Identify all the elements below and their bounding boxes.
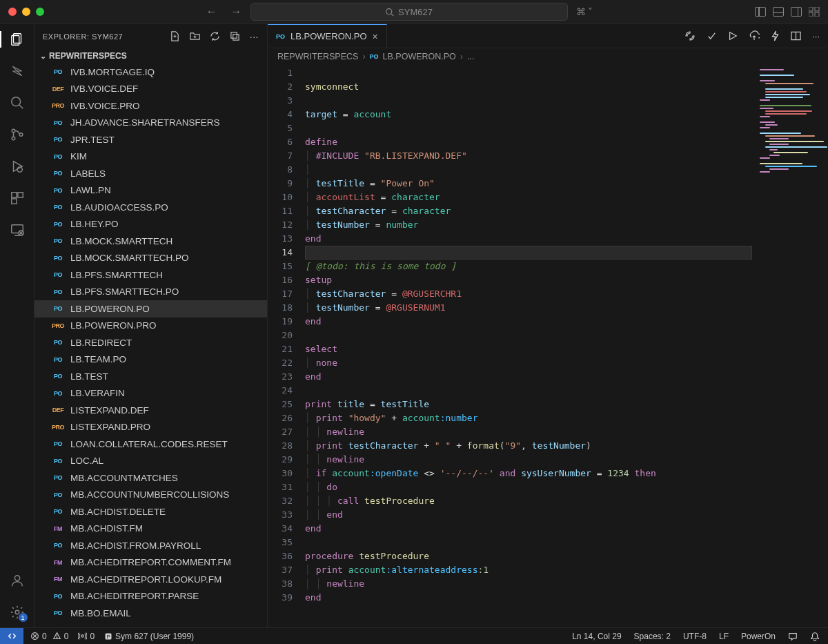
breadcrumb-file[interactable]: LB.POWERON.PO: [383, 52, 456, 61]
file-item[interactable]: POMB.ACHDIST.FROM.PAYROLL: [34, 537, 267, 554]
file-item[interactable]: POJPR.TEST: [34, 131, 267, 148]
file-item[interactable]: POLB.MOCK.SMARTTECH: [34, 233, 267, 250]
file-item[interactable]: POLB.VERAFIN: [34, 385, 267, 402]
file-item[interactable]: POLB.TEST: [34, 368, 267, 385]
file-item[interactable]: POLB.AUDIOACCESS.PO: [34, 199, 267, 216]
file-item[interactable]: FMMB.ACHDIST.FM: [34, 520, 267, 538]
run-icon[interactable]: [728, 31, 738, 41]
file-item[interactable]: PROLB.POWERON.PRO: [34, 318, 267, 335]
file-item[interactable]: POIVB.MORTGAGE.IQ: [34, 64, 267, 81]
file-type-badge: PO: [51, 390, 65, 397]
breadcrumb-folder[interactable]: REPWRITERSPECS: [277, 52, 358, 61]
file-item[interactable]: PROLISTEXPAND.PRO: [34, 419, 267, 436]
copilot-icon[interactable]: ⌘ ˅: [576, 6, 593, 17]
file-name: LB.MOCK.SMARTTECH.PO: [70, 253, 189, 263]
run-debug-activity-icon[interactable]: [9, 158, 26, 175]
file-item[interactable]: POLB.PFS.SMARTTECH.PO: [34, 284, 267, 301]
file-item[interactable]: POKIM: [34, 148, 267, 166]
editor-tab[interactable]: PO LB.POWERON.PO ×: [268, 24, 387, 48]
file-item[interactable]: POLOC.AL: [34, 453, 267, 470]
indentation-status[interactable]: Spaces: 2: [634, 632, 671, 641]
lightning-icon[interactable]: [771, 30, 780, 41]
extensions-activity-icon[interactable]: [9, 190, 26, 206]
encoding-status[interactable]: UTF-8: [683, 632, 707, 641]
tab-close-icon[interactable]: ×: [373, 31, 378, 42]
file-item[interactable]: POLB.TEAM.PO: [34, 351, 267, 369]
source-control-activity-icon[interactable]: [9, 126, 26, 143]
validate-icon[interactable]: [707, 31, 717, 41]
file-item[interactable]: DEFLISTEXPAND.DEF: [34, 402, 267, 419]
notifications-icon[interactable]: [810, 632, 820, 641]
code-content[interactable]: symconnect target = account define │ #IN…: [305, 65, 756, 627]
toggle-panel-icon[interactable]: [773, 7, 784, 17]
upload-icon[interactable]: [749, 30, 760, 41]
sync-icon[interactable]: [684, 30, 696, 41]
tab-filename: LB.POWERON.PO: [290, 31, 367, 41]
file-item[interactable]: POJH.ADVANCE.SHARETRANSFERS: [34, 115, 267, 132]
file-item[interactable]: POLB.MOCK.SMARTTECH.PO: [34, 250, 267, 267]
window-close-button[interactable]: [8, 8, 17, 16]
folder-section-header[interactable]: ⌄ REPWRITERSPECS: [34, 48, 267, 64]
eol-status[interactable]: LF: [719, 632, 729, 641]
sidebar: EXPLORER: SYM627 ··· ⌄ REPWRITERSPECS PO…: [34, 24, 268, 627]
cursor-position-status[interactable]: Ln 14, Col 29: [572, 632, 621, 641]
file-type-badge: PO: [51, 119, 65, 126]
nav-back-icon[interactable]: ←: [206, 6, 217, 18]
file-name: KIM: [70, 151, 87, 162]
file-type-badge: PO: [51, 187, 65, 194]
sym-status[interactable]: P Sym 627 (User 1999): [104, 632, 194, 641]
file-item[interactable]: POMB.BO.EMAIL: [34, 605, 267, 622]
file-item[interactable]: POLABELS: [34, 165, 267, 182]
file-type-badge: PO: [51, 221, 65, 228]
collapse-all-icon[interactable]: [230, 31, 240, 42]
command-center-search[interactable]: SYM627: [250, 3, 568, 21]
file-item[interactable]: POMB.ACHEDITREPORT.PARSE: [34, 588, 267, 605]
file-item[interactable]: PROIVB.VOICE.PRO: [34, 97, 267, 115]
new-folder-icon[interactable]: [190, 31, 200, 42]
feedback-icon[interactable]: [788, 632, 798, 641]
file-list[interactable]: POIVB.MORTGAGE.IQDEFIVB.VOICE.DEFPROIVB.…: [34, 64, 267, 627]
file-item[interactable]: POLB.POWERON.PO: [34, 300, 267, 318]
nav-forward-icon[interactable]: →: [231, 6, 242, 18]
split-editor-icon[interactable]: [791, 31, 801, 41]
search-activity-icon[interactable]: [9, 95, 26, 111]
remote-indicator[interactable]: [0, 628, 23, 644]
window-maximize-button[interactable]: [36, 8, 44, 16]
svg-point-12: [19, 133, 23, 137]
file-item[interactable]: FMMB.ACHEDITREPORT.LOOKUP.FM: [34, 571, 267, 588]
svg-point-11: [12, 137, 15, 140]
file-item[interactable]: POMB.ACHDIST.DELETE: [34, 503, 267, 520]
file-type-badge: PRO: [51, 322, 65, 329]
file-item[interactable]: POLB.PFS.SMARTTECH: [34, 266, 267, 284]
toggle-secondary-sidebar-icon[interactable]: [791, 7, 802, 17]
file-item[interactable]: POLB.REDIRECT: [34, 334, 267, 351]
file-item[interactable]: POLAWL.PN: [34, 182, 267, 199]
problems-status[interactable]: 0 0: [30, 632, 68, 641]
file-item[interactable]: POMB.ACCOUNTNUMBERCOLLISIONS: [34, 487, 267, 504]
language-mode-status[interactable]: PowerOn: [741, 632, 776, 641]
file-item[interactable]: POLB.HEY.PO: [34, 216, 267, 233]
settings-badge: 1: [19, 613, 28, 622]
refresh-icon[interactable]: [210, 31, 220, 42]
new-file-icon[interactable]: [170, 31, 180, 42]
window-minimize-button[interactable]: [22, 8, 30, 16]
remote-explorer-activity-icon[interactable]: [9, 222, 26, 238]
ports-status[interactable]: 0: [78, 632, 95, 641]
breadcrumb[interactable]: REPWRITERSPECS › PO LB.POWERON.PO › ...: [268, 48, 828, 65]
file-item[interactable]: DEFIVB.VOICE.DEF: [34, 81, 267, 98]
file-item[interactable]: FMMB.ACHEDITREPORT.COMMENT.FM: [34, 554, 267, 572]
breadcrumb-more[interactable]: ...: [467, 52, 474, 61]
file-type-badge: PO: [51, 474, 65, 481]
file-item[interactable]: POLOAN.COLLATERAL.CODES.RESET: [34, 436, 267, 453]
accounts-activity-icon[interactable]: [9, 572, 26, 589]
minimap[interactable]: [756, 65, 828, 627]
snippets-activity-icon[interactable]: [9, 63, 26, 79]
more-actions-icon[interactable]: ···: [250, 31, 259, 42]
customize-layout-icon[interactable]: [809, 7, 820, 17]
toggle-primary-sidebar-icon[interactable]: [755, 7, 766, 17]
file-item[interactable]: POMB.ACCOUNTMATCHES: [34, 469, 267, 487]
settings-activity-icon[interactable]: 1: [9, 604, 26, 621]
more-editor-actions-icon[interactable]: ···: [812, 31, 820, 41]
explorer-activity-icon[interactable]: [9, 31, 26, 48]
editor-body[interactable]: 1234567891011121314151617181920212223242…: [268, 65, 828, 627]
